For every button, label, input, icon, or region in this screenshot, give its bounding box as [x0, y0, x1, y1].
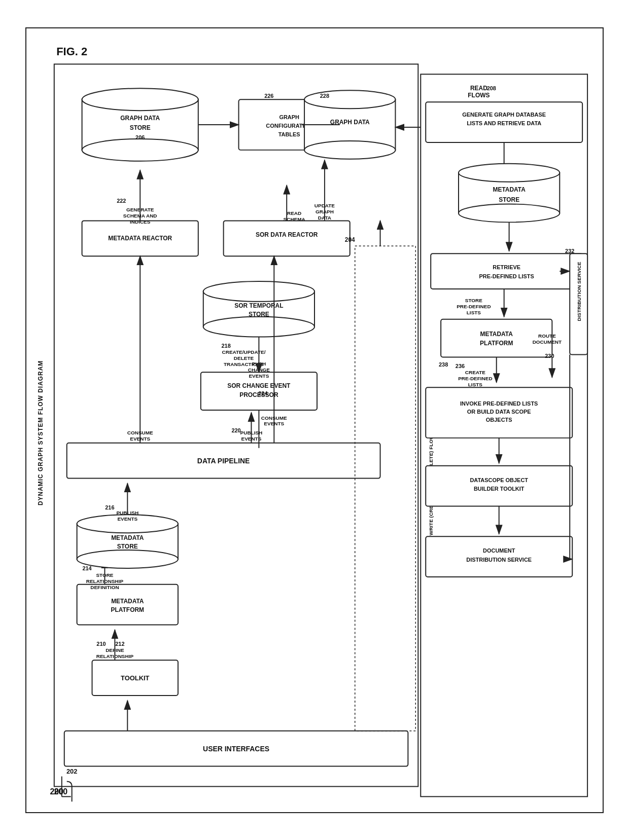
create-predefined-label2: PRE-DEFINED — [458, 375, 492, 381]
toolkit-label: TOOLKIT — [121, 674, 150, 681]
metadata-platform-left-label2: PLATFORM — [111, 606, 144, 613]
route-document-label2: DOCUMENT — [533, 339, 562, 345]
ref-224: 224 — [258, 390, 268, 396]
route-document-label: ROUTE — [538, 333, 556, 339]
metadata-store-right-label: METADATA — [493, 186, 526, 193]
sor-temporal-store-bottom — [203, 316, 314, 337]
create-update-label2: DELETE — [234, 355, 254, 360]
sor-temporal-store-label: SOR TEMPORAL — [234, 302, 283, 309]
graph-config-label: GRAPH — [279, 114, 299, 120]
write-flows-boundary — [355, 246, 416, 731]
metadata-platform-right-box — [441, 319, 552, 357]
ref-238: 238 — [439, 361, 448, 368]
store-predefined-label2: PRE-DEFINED — [457, 304, 491, 309]
sor-temporal-store-top — [203, 281, 314, 301]
read-schema-label: READ — [287, 210, 301, 215]
ref-202: 202 — [66, 768, 78, 775]
ref-230: 230 — [545, 353, 554, 359]
generate-graph-db-label: GENERATE GRAPH DATABASE — [462, 112, 546, 118]
store-rel-label3: DEFINITION — [90, 585, 119, 590]
ref-236: 236 — [456, 363, 465, 369]
graph-data-cylinder-bottom — [304, 140, 395, 159]
datascope-object-label: DATASCOPE OBJECT — [470, 477, 528, 483]
page: FIG. 2 DYNAMIC GRAPH SYSTEM FLOW DIAGRAM… — [0, 0, 629, 840]
graph-data-cylinder-top — [304, 90, 395, 108]
ref-204: 204 — [345, 236, 355, 243]
retrieve-predefined-label: RETRIEVE — [493, 264, 520, 270]
invoke-predefined-label3: OBJECTS — [486, 417, 512, 423]
push-change-label3: EVENTS — [249, 373, 269, 378]
graph-data-store-bottom — [82, 138, 198, 161]
sor-change-event-label: SOR CHANGE EVENT — [227, 382, 291, 389]
ref-200-label: 200 — [50, 787, 63, 795]
sor-temporal-store-label2: STORE — [249, 310, 269, 317]
ref-218: 218 — [221, 342, 230, 348]
metadata-store-right-top — [459, 163, 560, 181]
graph-data-store-label2: STORE — [130, 124, 151, 131]
invoke-predefined-label: INVOKE PRE-DEFINED LISTS — [460, 400, 538, 407]
fig-title: DYNAMIC GRAPH SYSTEM FLOW DIAGRAM — [37, 360, 44, 505]
retrieve-predefined-label2: PRE-DEFINED LISTS — [479, 273, 534, 279]
graph-data-store-label: GRAPH DATA — [120, 115, 160, 122]
graph-data-store-top — [82, 88, 198, 111]
ref-210: 210 — [96, 641, 106, 647]
ref-220: 220 — [231, 427, 240, 433]
generate-graph-db-label2: LISTS AND RETRIEVE DATA — [467, 120, 541, 126]
create-update-label3: TRANSACTIONS — [224, 361, 264, 367]
ref-208: 208 — [487, 85, 496, 91]
metadata-platform-left-label: METADATA — [111, 597, 144, 604]
invoke-predefined-label2: OR BUILD DATA SCOPE — [467, 409, 531, 415]
metadata-reactor-label: METADATA REACTOR — [108, 235, 172, 242]
ref-222: 222 — [117, 197, 126, 203]
datascope-object-label2: BUILDER TOOLKIT — [474, 485, 525, 491]
store-predefined-label: STORE — [465, 298, 482, 303]
data-pipeline-label: DATA PIPELINE — [197, 456, 250, 464]
metadata-store-left-bottom — [77, 550, 178, 568]
graph-config-label3: TABLES — [278, 131, 300, 137]
publish-events-left-label2: EVENTS — [117, 516, 137, 521]
ref-226: 226 — [264, 93, 273, 99]
store-predefined-label3: LISTS — [467, 310, 481, 315]
metadata-platform-right-label: METADATA — [480, 330, 513, 337]
sor-data-reactor-label: SOR DATA REACTOR — [256, 231, 318, 238]
metadata-store-right-label2: STORE — [499, 196, 519, 203]
user-interfaces-label: USER INTERFACES — [203, 744, 269, 752]
create-predefined-label: CREATE — [465, 369, 486, 375]
ref-216: 216 — [105, 504, 114, 510]
ref-214: 214 — [82, 565, 92, 571]
read-flows-label: READ — [470, 85, 487, 92]
metadata-store-right-bottom — [459, 204, 560, 222]
distribution-service-top-label: DISTRIBUTION SERVICE — [576, 262, 582, 321]
metadata-platform-right-label2: PLATFORM — [480, 339, 513, 346]
document-dist-service-label2: DISTRIBUTION SERVICE — [466, 557, 532, 563]
metadata-store-left-label2: STORE — [117, 543, 138, 550]
ref-212: 212 — [115, 641, 124, 647]
ref-206: 206 — [135, 134, 145, 140]
create-predefined-label3: LISTS — [468, 381, 483, 387]
ref-228: 228 — [320, 93, 329, 99]
document-dist-service-label: DOCUMENT — [483, 547, 515, 554]
diagram-container: FIG. 2 DYNAMIC GRAPH SYSTEM FLOW DIAGRAM… — [25, 27, 604, 813]
fig-label: FIG. 2 — [56, 45, 87, 58]
metadata-store-left-label: METADATA — [111, 534, 144, 541]
read-flows-label2: FLOWS — [468, 92, 490, 99]
ref-232: 232 — [565, 248, 574, 254]
